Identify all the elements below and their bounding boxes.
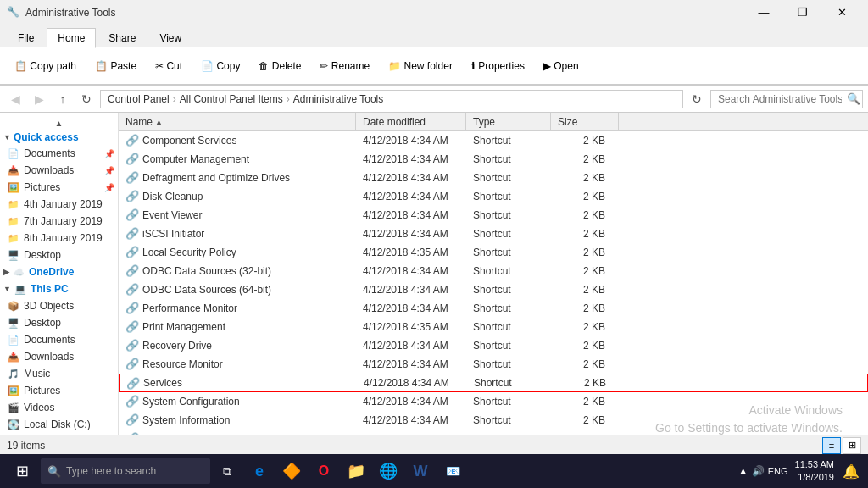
tab-share[interactable]: Share (97, 28, 147, 47)
file-rows-container: 🔗 Component Services 4/12/2018 4:34 AM S… (119, 131, 868, 435)
search-icon-button[interactable]: 🔍 (847, 92, 860, 105)
col-header-name[interactable]: Name ▲ (119, 113, 356, 130)
cut-button[interactable]: ✂ Cut (147, 51, 190, 81)
status-bar: 19 items ≡ ⊞ (0, 435, 868, 455)
table-row[interactable]: 🔗 Local Security Policy 4/12/2018 4:35 A… (119, 243, 868, 262)
sys-tray-volume[interactable]: 🔊 (752, 465, 765, 477)
downloads-icon: 📥 (7, 164, 20, 177)
sidebar-item-jan7[interactable]: 📁 7th January 2019 (0, 213, 118, 230)
file-icon: 🔗 (125, 264, 139, 278)
tab-view[interactable]: View (148, 28, 192, 47)
copy-path-button[interactable]: 📋 Copy path (7, 51, 84, 81)
refresh-button[interactable]: ↻ (76, 89, 97, 109)
sidebar-item-label: Music (24, 368, 50, 380)
table-row[interactable]: 🔗 Task Scheduler 4/12/2018 4:34 AM Short… (119, 430, 868, 435)
minimize-button[interactable]: — (744, 0, 783, 25)
table-row[interactable]: 🔗 Component Services 4/12/2018 4:34 AM S… (119, 131, 868, 150)
address-refresh-button[interactable]: ↻ (687, 89, 707, 109)
table-row[interactable]: 🔗 Event Viewer 4/12/2018 4:34 AM Shortcu… (119, 206, 868, 225)
file-date: 4/12/2018 4:34 AM (356, 284, 466, 296)
file-name: 🔗 iSCSI Initiator (119, 227, 356, 241)
file-date: 4/12/2018 4:34 AM (356, 358, 466, 370)
table-row[interactable]: 🔗 iSCSI Initiator 4/12/2018 4:34 AM Shor… (119, 225, 868, 243)
sidebar-item-jan8[interactable]: 📁 8th January 2019 (0, 230, 118, 247)
sidebar-item-pictures2[interactable]: 🖼️ Pictures (0, 382, 118, 399)
taskbar-word[interactable]: W (407, 456, 434, 486)
sys-tray-expand[interactable]: ▲ (738, 465, 748, 477)
col-header-type[interactable]: Type (466, 113, 551, 130)
taskbar-opera[interactable]: O (310, 456, 337, 486)
taskbar-clock[interactable]: 11:53 AM 1/8/2019 (795, 458, 834, 485)
sidebar-item-downloads2[interactable]: 📥 Downloads (0, 348, 118, 365)
table-row[interactable]: 🔗 ODBC Data Sources (64-bit) 4/12/2018 4… (119, 280, 868, 299)
sidebar-item-jan4[interactable]: 📁 4th January 2019 (0, 196, 118, 213)
taskbar-search[interactable]: 🔍 Type here to search (41, 458, 210, 484)
taskbar-chrome[interactable]: 🌐 (375, 456, 402, 486)
quick-access-header[interactable]: ▼ Quick access (0, 130, 118, 145)
thispc-header[interactable]: ▼ 💻 This PC (0, 280, 118, 297)
table-row[interactable]: 🔗 System Configuration 4/12/2018 4:34 AM… (119, 392, 868, 411)
sidebar-item-desktop[interactable]: 🖥️ Desktop (0, 247, 118, 263)
sidebar-item-videos[interactable]: 🎬 Videos (0, 399, 118, 416)
tab-file[interactable]: File (7, 28, 45, 47)
tab-home[interactable]: Home (47, 28, 96, 48)
address-path[interactable]: Control Panel › All Control Panel Items … (100, 90, 683, 108)
taskbar-folder[interactable]: 📁 (342, 456, 370, 486)
table-row[interactable]: 🔗 Resource Monitor 4/12/2018 4:34 AM Sho… (119, 355, 868, 374)
taskbar-notification[interactable]: 🔔 (841, 456, 861, 486)
taskbar-taskview[interactable]: ⧉ (214, 456, 241, 486)
forward-button[interactable]: ▶ (29, 89, 49, 109)
sys-tray-lang[interactable]: ENG (768, 466, 788, 476)
table-row[interactable]: 🔗 System Information 4/12/2018 4:34 AM S… (119, 411, 868, 430)
ribbon-tabs: File Home Share View (0, 25, 868, 47)
file-name: 🔗 System Configuration (119, 395, 356, 408)
sidebar-item-music[interactable]: 🎵 Music (0, 365, 118, 382)
taskbar-search-icon: 🔍 (47, 465, 61, 478)
delete-button[interactable]: 🗑 Delete (251, 51, 309, 81)
rename-button[interactable]: ✏ Rename (312, 51, 377, 81)
table-row[interactable]: 🔗 Recovery Drive 4/12/2018 4:34 AM Short… (119, 336, 868, 355)
file-size: 2 KB (551, 284, 619, 296)
view-detail-button[interactable]: ≡ (822, 437, 841, 454)
paste-button[interactable]: 📋 Paste (87, 51, 144, 81)
view-large-button[interactable]: ⊞ (843, 437, 861, 454)
sidebar-item-3dobjects[interactable]: 📦 3D Objects (0, 297, 118, 314)
sidebar-scroll-up[interactable]: ▲ (0, 116, 118, 130)
taskbar-edge[interactable]: e (246, 456, 273, 486)
col-header-size[interactable]: Size (551, 113, 619, 130)
sidebar-item-downloads[interactable]: 📥 Downloads 📌 (0, 162, 118, 179)
taskbar-vlc[interactable]: 🔶 (278, 456, 305, 486)
sidebar-item-pictures[interactable]: 🖼️ Pictures 📌 (0, 179, 118, 196)
table-row[interactable]: 🔗 Disk Cleanup 4/12/2018 4:34 AM Shortcu… (119, 187, 868, 206)
col-header-date[interactable]: Date modified (356, 113, 466, 130)
up-button[interactable]: ↑ (53, 89, 73, 109)
sidebar-item-desktop2[interactable]: 🖥️ Desktop (0, 314, 118, 331)
close-button[interactable]: ✕ (822, 0, 861, 25)
taskbar-mail[interactable]: 📧 (439, 456, 466, 486)
table-row[interactable]: 🔗 ODBC Data Sources (32-bit) 4/12/2018 4… (119, 262, 868, 280)
onedrive-header[interactable]: ▶ ☁️ OneDrive (0, 263, 118, 280)
taskbar-search-text: Type here to search (66, 465, 156, 477)
file-type: Shortcut (466, 414, 551, 426)
table-row[interactable]: 🔗 Services 4/12/2018 4:34 AM Shortcut 2 … (119, 374, 868, 392)
search-input[interactable] (710, 90, 863, 108)
open-button[interactable]: ▶ Open (536, 51, 587, 81)
new-folder-button[interactable]: 📁 New folder (381, 51, 460, 81)
sidebar-item-documents2[interactable]: 📄 Documents (0, 331, 118, 348)
file-icon: 🔗 (125, 302, 139, 315)
table-row[interactable]: 🔗 Defragment and Optimize Drives 4/12/20… (119, 169, 868, 187)
maximize-button[interactable]: ❐ (783, 0, 822, 25)
copy-button[interactable]: 📄 Copy (193, 51, 248, 81)
sidebar-item-newvolume[interactable]: 💽 New Volume (D:) (0, 433, 118, 435)
properties-button[interactable]: ℹ Properties (464, 51, 532, 81)
sidebar-item-documents[interactable]: 📄 Documents 📌 (0, 145, 118, 162)
file-name: 🔗 Disk Cleanup (119, 190, 356, 203)
sidebar-item-label: Pictures (24, 181, 60, 193)
table-row[interactable]: 🔗 Computer Management 4/12/2018 4:34 AM … (119, 150, 868, 169)
sidebar-item-localdisk[interactable]: 💽 Local Disk (C:) (0, 416, 118, 433)
back-button[interactable]: ◀ (5, 89, 25, 109)
table-row[interactable]: 🔗 Print Management 4/12/2018 4:35 AM Sho… (119, 318, 868, 336)
table-row[interactable]: 🔗 Performance Monitor 4/12/2018 4:34 AM … (119, 299, 868, 318)
start-button[interactable]: ⊞ (7, 456, 37, 486)
file-size: 2 KB (551, 396, 619, 408)
